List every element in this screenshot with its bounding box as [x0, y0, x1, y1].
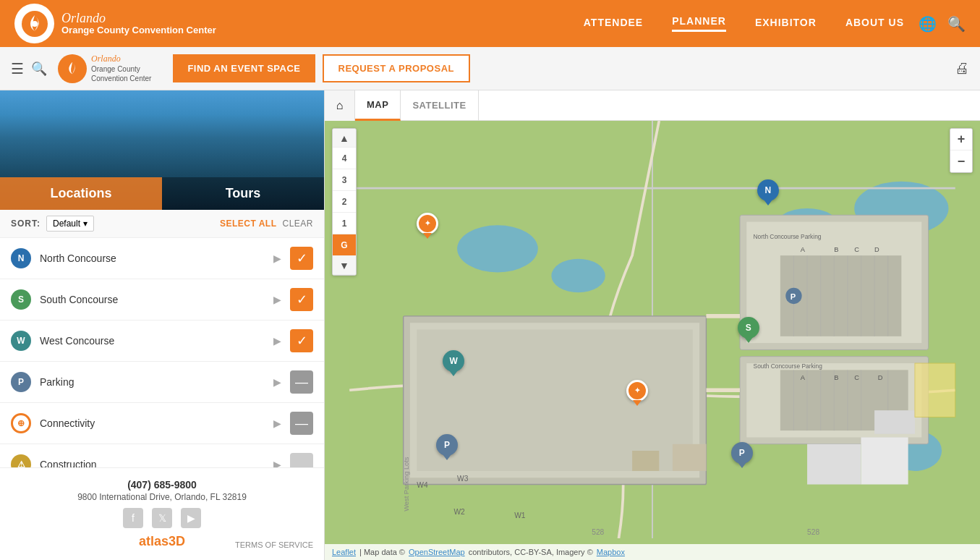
location-list: N North Concourse ▶ ✓ S South Concourse … [0, 238, 324, 467]
north-concourse-icon: N [11, 248, 31, 268]
print-button[interactable]: 🖨 [955, 60, 969, 77]
sort-label: SORT: [11, 219, 41, 229]
hamburger-menu-icon[interactable]: ☰ [11, 60, 24, 77]
svg-text:C: C [854, 246, 859, 253]
connectivity-toggle[interactable]: — [290, 412, 313, 435]
nav-about-us[interactable]: ABOUT US [845, 17, 904, 31]
floor-3-button[interactable]: 3 [333, 169, 356, 191]
floor-g-button[interactable]: G [333, 234, 356, 256]
construction-expand-icon: ▶ [273, 459, 281, 467]
twitter-icon[interactable]: 𝕏 [152, 508, 172, 528]
svg-text:A: A [801, 246, 806, 253]
map-pin-parking-1[interactable]: P [436, 434, 458, 460]
svg-text:P: P [791, 292, 796, 301]
list-item[interactable]: S South Concourse ▶ ✓ [0, 279, 324, 321]
map-pin-connectivity-1[interactable]: ✦ [626, 380, 648, 406]
map-type-satellite-button[interactable]: SATELLITE [401, 90, 478, 121]
clear-button[interactable]: CLEAR [282, 219, 313, 229]
map-canvas[interactable]: North Concourse Parking A B C D [325, 121, 980, 538]
nav-planner[interactable]: PLANNER [672, 15, 726, 32]
map-toolbar: ⌂ MAP SATELLITE [325, 90, 980, 121]
mapbox-link[interactable]: Mapbox [597, 548, 625, 556]
south-concourse-label: South Concourse [40, 294, 265, 305]
svg-text:528: 528 [592, 528, 604, 536]
svg-point-4 [457, 225, 538, 272]
construction-label: Construction [40, 459, 265, 467]
logo[interactable]: Orlando Orange County Convention Center [14, 4, 216, 43]
parking-toggle[interactable]: — [290, 370, 313, 394]
request-proposal-button[interactable]: REQUEST A PROPOSAL [323, 54, 470, 82]
south-concourse-expand-icon: ▶ [273, 294, 281, 305]
osm-link[interactable]: OpenStreetMap [409, 548, 465, 556]
sort-default-option: Default [53, 219, 80, 229]
list-item[interactable]: ⚠ Construction ▶ [0, 444, 324, 467]
contributors-text: contributors, CC-BY-SA, Imagery © [469, 548, 593, 556]
floor-2-button[interactable]: 2 [333, 191, 356, 213]
map-pin-west[interactable]: W [443, 350, 464, 376]
list-item[interactable]: ⊕ Connectivity ▶ — [0, 403, 324, 444]
svg-text:528: 528 [807, 528, 819, 536]
translate-icon[interactable]: 🌐 [919, 15, 937, 33]
list-item[interactable]: N North Concourse ▶ ✓ [0, 238, 324, 279]
logo-emblem [14, 4, 54, 43]
west-concourse-label: West Concourse [40, 335, 265, 347]
main-content: Locations Tours SORT: Default ▾ SELECT A… [0, 90, 980, 560]
top-navigation: Orlando Orange County Convention Center … [0, 0, 980, 47]
floor-down-button[interactable]: ▼ [333, 256, 356, 275]
hero-area: Locations Tours [0, 90, 324, 210]
nav-exhibitor[interactable]: EXHIBITOR [755, 17, 817, 31]
parking-label: Parking [40, 376, 265, 388]
floor-1-button[interactable]: 1 [333, 213, 356, 234]
svg-text:A: A [801, 374, 806, 381]
map-pin-south[interactable]: S [738, 317, 759, 343]
floor-4-button[interactable]: 4 [333, 148, 356, 169]
parking-pin-circle-1: P [436, 434, 458, 456]
map-area: ⌂ MAP SATELLITE ▲ 4 3 2 1 G ▼ + − [325, 90, 980, 560]
connectivity-label: Connectivity [40, 417, 265, 429]
west-concourse-toggle[interactable]: ✓ [290, 329, 313, 352]
search-icon[interactable]: 🔍 [947, 15, 966, 33]
parking-icon: P [11, 372, 31, 392]
select-all-button[interactable]: SELECT ALL [220, 219, 277, 229]
leaflet-link[interactable]: Leaflet [332, 548, 356, 556]
logo-text: Orlando Orange County Convention Center [61, 12, 216, 36]
zoom-in-button[interactable]: + [950, 129, 972, 150]
find-event-space-button[interactable]: FIND AN EVENT SPACE [173, 54, 315, 82]
west-pin-circle: W [443, 350, 464, 372]
map-pin-connectivity-2[interactable]: ✦ [417, 213, 438, 239]
nav-attendee[interactable]: ATTENDEE [584, 17, 643, 31]
north-concourse-toggle[interactable]: ✓ [290, 247, 313, 270]
list-item[interactable]: P Parking ▶ — [0, 362, 324, 403]
footer-address: 9800 International Drive, Orlando, FL 32… [11, 492, 313, 502]
west-concourse-expand-icon: ▶ [273, 335, 281, 347]
map-pin-parking-2[interactable]: P [731, 442, 753, 468]
svg-rect-51 [673, 444, 707, 471]
map-pin-north[interactable]: N [757, 179, 779, 205]
locations-tab[interactable]: Locations [0, 177, 162, 210]
map-background[interactable]: North Concourse Parking A B C D [325, 121, 980, 538]
south-concourse-toggle[interactable]: ✓ [290, 288, 313, 311]
north-pin-circle: N [757, 179, 779, 201]
footer-social-links: f 𝕏 ▶ [11, 508, 313, 528]
sub-search-icon[interactable]: 🔍 [31, 61, 47, 77]
sub-logo[interactable]: Orlando Orange County Convention Center [58, 54, 151, 83]
floor-up-button[interactable]: ▲ [333, 129, 356, 148]
parking-pin-tail-2 [738, 462, 746, 468]
sub-header: ☰ 🔍 Orlando Orange County Convention Cen… [0, 47, 980, 90]
footer-phone: (407) 685-9800 [11, 479, 313, 491]
map-type-map-button[interactable]: MAP [355, 90, 401, 121]
svg-rect-49 [861, 437, 908, 484]
list-item[interactable]: W West Concourse ▶ ✓ [0, 321, 324, 362]
nav-menu: ATTENDEE PLANNER EXHIBITOR ABOUT US [584, 15, 904, 32]
terms-of-service-link[interactable]: TERMS OF SERVICE [235, 540, 313, 549]
youtube-icon[interactable]: ▶ [181, 508, 201, 528]
conn-pin-circle-1: ✦ [626, 380, 648, 402]
map-home-button[interactable]: ⌂ [325, 90, 355, 121]
svg-text:W4: W4 [417, 481, 428, 489]
floor-selector: ▲ 4 3 2 1 G ▼ [332, 128, 357, 276]
construction-toggle[interactable] [290, 453, 313, 467]
sort-dropdown[interactable]: Default ▾ [46, 216, 94, 232]
tours-tab[interactable]: Tours [162, 177, 324, 210]
facebook-icon[interactable]: f [123, 508, 143, 528]
zoom-out-button[interactable]: − [950, 150, 972, 172]
